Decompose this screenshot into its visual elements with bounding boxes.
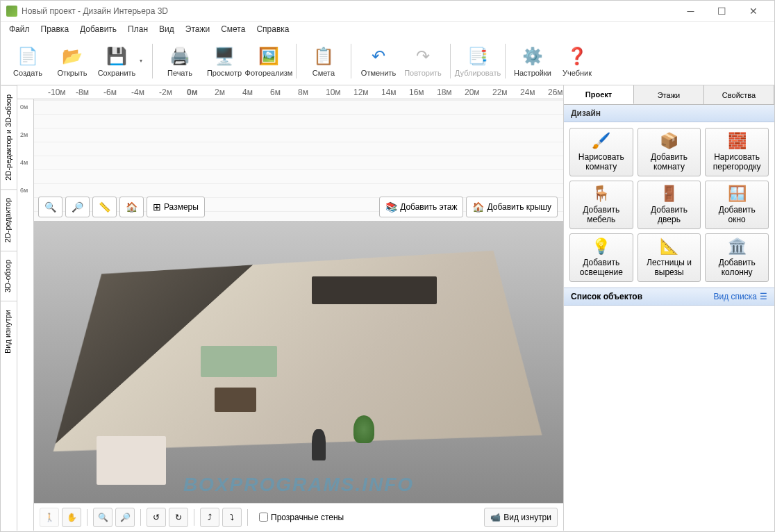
minimize-button[interactable]: ─ [675,1,706,21]
separator [152,44,153,78]
furniture-kitchen [312,276,437,304]
objects-list-header: Список объектов Вид списка☰ [564,288,774,306]
separator [351,44,351,78]
photorealism-button[interactable]: 🖼️Фотореализм [247,40,290,83]
zoom-out-icon: 🔍 [98,513,108,522]
create-button[interactable]: 📄Создать [6,40,49,83]
tab-project[interactable]: Проект [564,85,634,104]
duplicate-icon: 📑 [467,45,489,67]
redo-button[interactable]: ↷Повторить [401,40,444,83]
tab-3d-view[interactable]: 3D-обзор [1,251,17,301]
sizes-button[interactable]: ⊞Размеры [147,197,205,217]
add-floor-button[interactable]: 📚Добавить этаж [379,197,463,217]
settings-button[interactable]: ⚙️Настройки [511,40,554,83]
gear-icon: ⚙️ [522,45,544,67]
inside-view-button[interactable]: 📹Вид изнутри [484,508,558,527]
roof-icon: 🏠 [472,201,484,213]
rotate-right-button[interactable]: ↻ [169,508,188,527]
tilt-up-button[interactable]: ⤴ [200,508,219,527]
furniture-sofa [201,346,277,377]
undo-button[interactable]: ↶Отменить [357,40,400,83]
dimensions-icon: ⊞ [153,201,161,213]
tab-2d-editor[interactable]: 2D-редактор [1,189,17,251]
left-view-tabs: 2D-редактор и 3D-обзор 2D-редактор 3D-об… [1,85,17,531]
tutorial-button[interactable]: ❓Учебник [556,40,599,83]
tab-floors[interactable]: Этажи [634,85,704,104]
zoom-out-3d-button[interactable]: 🔍 [93,508,112,527]
tab-2d-3d-combined[interactable]: 2D-редактор и 3D-обзор [1,85,17,189]
draw-room-button[interactable]: 🖌️Нарисовать комнату [569,128,633,176]
furniture-bed [97,436,166,485]
pan-button[interactable]: ✋ [62,508,81,527]
menubar: Файл Правка Добавить План Вид Этажи Смет… [1,22,774,37]
save-dropdown[interactable]: ▾ [140,58,147,64]
add-roof-button[interactable]: 🏠Добавить крышу [466,197,558,217]
estimate-button[interactable]: 📋Смета [302,40,345,83]
duplicate-button[interactable]: 📑Дублировать [456,40,499,83]
layers-icon: 📚 [385,201,397,213]
menu-view[interactable]: Вид [153,22,180,36]
tilt-up-icon: ⤴ [208,513,212,522]
maximize-button[interactable]: ☐ [706,1,738,21]
menu-plan[interactable]: План [122,22,153,36]
undo-icon: ↶ [367,45,390,67]
canvas-toolbar-right: 📚Добавить этаж 🏠Добавить крышу [379,197,558,217]
paintbrush-icon: 🖌️ [592,132,610,150]
home-button[interactable]: 🏠 [119,197,144,217]
stairs-cutouts-button[interactable]: 📐Лестницы и вырезы [638,233,701,282]
rotate-left-icon: ↺ [153,513,160,522]
add-furniture-button[interactable]: 🪑Добавить мебель [569,181,633,229]
draw-partition-button[interactable]: 🧱Нарисовать перегородку [705,128,769,176]
add-door-button[interactable]: 🚪Добавить дверь [638,181,701,229]
watermark-text: BOXPROGRAMS.INFO [183,474,414,496]
print-button[interactable]: 🖨️Печать [158,40,201,83]
walk-360-button[interactable]: 🚶 [40,508,59,527]
lightbulb-icon: 💡 [592,238,610,256]
tab-properties[interactable]: Свойства [704,85,774,104]
zoom-in-button[interactable]: 🔎 [65,197,90,217]
ruler-icon: 📏 [99,201,110,213]
list-view-toggle[interactable]: Вид списка☰ [714,292,767,301]
titlebar: Новый проект - Дизайн Интерьера 3D ─ ☐ ✕ [1,1,774,22]
rotate-right-icon: ↻ [175,513,182,522]
separator [296,44,297,78]
add-column-button[interactable]: 🏛️Добавить колонну [705,233,769,282]
close-button[interactable]: ✕ [738,1,769,21]
menu-floors[interactable]: Этажи [180,22,215,36]
render-3d-viewport[interactable]: BOXPROGRAMS.INFO [34,221,563,503]
menu-edit[interactable]: Правка [35,22,75,36]
zoom-out-button[interactable]: 🔍 [38,197,62,217]
menu-estimate[interactable]: Смета [215,22,251,36]
measure-button[interactable]: 📏 [92,197,117,217]
printer-icon: 🖨️ [169,45,191,67]
design-section-header: Дизайн [564,105,774,122]
folder-open-icon: 📂 [61,45,83,67]
tilt-down-button[interactable]: ⤵ [222,508,242,527]
menu-add[interactable]: Добавить [74,22,122,36]
add-window-button[interactable]: 🪟Добавить окно [705,181,769,229]
rotate-left-button[interactable]: ↺ [147,508,166,527]
preview-button[interactable]: 🖥️Просмотр [203,40,246,83]
notebook-icon: 📋 [312,45,335,67]
save-button[interactable]: 💾Сохранить [95,40,138,83]
add-room-button[interactable]: 📦Добавить комнату [638,128,701,176]
objects-list[interactable] [564,306,774,531]
menu-help[interactable]: Справка [251,22,294,36]
ruler-horizontal: -10м -8м -6м -4м -2м 0м 2м 4м 6м 8м 10м … [17,85,563,99]
main-toolbar: 📄Создать 📂Открыть 💾Сохранить ▾ 🖨️Печать … [1,37,774,85]
add-box-icon: 📦 [660,132,678,150]
menu-file[interactable]: Файл [3,22,35,36]
zoom-in-3d-button[interactable]: 🔎 [115,508,135,527]
tilt-down-icon: ⤵ [230,513,234,522]
open-button[interactable]: 📂Открыть [51,40,94,83]
chair-icon: 🪑 [592,185,610,203]
separator [505,44,506,78]
transparent-walls-checkbox[interactable]: Прозрачные стены [259,513,344,522]
tab-inside-view[interactable]: Вид изнутри [1,301,17,362]
window-title: Новый проект - Дизайн Интерьера 3D [22,6,675,16]
save-icon: 💾 [106,45,128,67]
furniture-table [215,388,256,412]
column-icon: 🏛️ [728,238,747,256]
add-lighting-button[interactable]: 💡Добавить освещение [569,233,633,282]
zoom-in-icon: 🔎 [120,513,131,522]
